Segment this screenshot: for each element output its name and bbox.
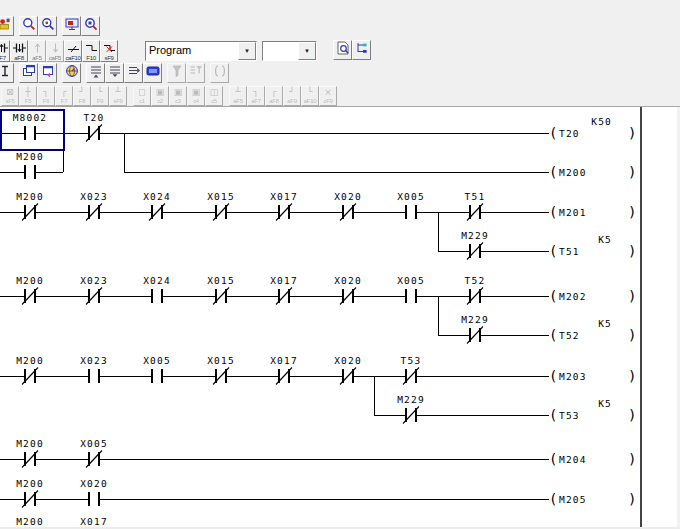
window-cascade-button[interactable]	[19, 63, 38, 83]
svg-text:X005: X005	[143, 355, 171, 366]
contact-X005[interactable]: X005	[143, 355, 171, 383]
coil-M202[interactable]: (M202)	[549, 288, 636, 304]
pulse-open-contact-button[interactable]: aF7	[0, 40, 10, 62]
program-combo[interactable]: Program ▼	[145, 41, 257, 61]
list-display-button[interactable]	[352, 40, 371, 60]
coil-M204[interactable]: (M204)	[549, 451, 636, 467]
insert-column-button[interactable]	[124, 63, 143, 83]
contact-T53[interactable]: T53	[401, 355, 422, 385]
contact-X017[interactable]: X017	[270, 355, 298, 385]
contact-M229[interactable]: M229	[461, 230, 489, 260]
coil-M203[interactable]: (M203)	[549, 368, 636, 384]
invert-result-button[interactable]: caF10	[64, 40, 82, 62]
pulse-close-contact-button[interactable]: aF8	[10, 40, 28, 62]
contact-X005[interactable]: X005	[397, 191, 425, 219]
shortcut-label: aF10	[304, 98, 316, 104]
delete-row-button[interactable]	[105, 63, 124, 83]
coil-T52[interactable]: (T52)K5	[549, 318, 636, 343]
contact-X023[interactable]: X023	[80, 191, 108, 221]
online-globe-button[interactable]	[62, 63, 81, 83]
contact-X024[interactable]: X024	[143, 275, 171, 303]
contact-X015[interactable]: X015	[207, 275, 235, 305]
svg-text:T52: T52	[559, 330, 580, 341]
rows-up-icon	[89, 64, 103, 82]
ladder-canvas[interactable]: M8002T20M200(T20)K50(M200)M200X023X024X0…	[0, 107, 680, 529]
svg-text:M200: M200	[16, 438, 44, 449]
svg-text:): )	[628, 491, 636, 507]
device-monitor-button[interactable]	[62, 16, 81, 36]
contact-X020[interactable]: X020	[334, 191, 362, 221]
shortcut-label: c2	[157, 98, 163, 104]
coil-T51[interactable]: (T51)K5	[549, 234, 636, 259]
contact-X005[interactable]: X005	[80, 438, 108, 468]
comment-display-button[interactable]	[333, 40, 352, 60]
contact-X024[interactable]: X024	[143, 191, 171, 221]
shortcut-label: sF9	[104, 55, 113, 61]
window-new-button[interactable]	[38, 63, 57, 83]
rung-5[interactable]: M200X005(M204)	[0, 438, 636, 468]
sort-button[interactable]	[0, 63, 14, 83]
contact-T51[interactable]: T51	[465, 191, 486, 221]
blank-combo-arrow[interactable]: ▼	[298, 42, 316, 60]
contact-M200[interactable]: M200	[16, 191, 44, 221]
contact-M229[interactable]: M229	[461, 314, 489, 344]
rung-2[interactable]: M200X023X024X015X017X020X005T51M229(M201…	[0, 191, 636, 260]
contact-X017[interactable]: X017	[270, 275, 298, 305]
contact-X023[interactable]: X023	[80, 355, 108, 383]
find-monitor-button[interactable]	[81, 16, 100, 36]
ladder-edit-area[interactable]: M8002T20M200(T20)K50(M200)M200X023X024X0…	[0, 107, 680, 529]
glyph-icon: ┴	[235, 87, 240, 98]
line-edit-F7-button: ┌F7	[55, 86, 73, 106]
screen-color-button[interactable]	[143, 63, 162, 83]
svg-text:(: (	[549, 204, 557, 220]
contact-X020[interactable]: X020	[334, 275, 362, 305]
shortcut-label: c5	[211, 98, 217, 104]
shortcut-label: aF5	[32, 55, 41, 61]
rung-4[interactable]: M200X023X005X015X017X020T53M229(M203)(T5…	[0, 355, 636, 424]
contact-M8002[interactable]: M8002	[13, 112, 48, 140]
svg-text:M200: M200	[16, 151, 44, 162]
svg-text:K5: K5	[598, 234, 612, 245]
contact-M229[interactable]: M229	[397, 394, 425, 424]
contact-X020[interactable]: X020	[334, 355, 362, 385]
coil-T53[interactable]: (T53)K5	[549, 398, 636, 423]
find-device-button[interactable]	[19, 16, 38, 36]
contact-M200[interactable]: M200	[16, 478, 44, 508]
contact-M200[interactable]: M200	[16, 438, 44, 468]
svg-text:K50: K50	[591, 116, 612, 127]
svg-text:X020: X020	[334, 275, 362, 286]
contact-M200[interactable]: M200	[16, 151, 44, 179]
line-edit-cF9-button: ×cF9	[319, 86, 337, 106]
contact-X017[interactable]: X017	[270, 191, 298, 221]
rung-6[interactable]: M200X020(M205)	[0, 478, 636, 508]
find-instruction-button[interactable]	[38, 16, 57, 36]
rung-1[interactable]: M8002T20M200(T20)K50(M200)	[0, 112, 636, 180]
svg-text:(: (	[549, 243, 557, 259]
contact-T52[interactable]: T52	[465, 275, 486, 305]
contact-M200[interactable]: M200	[16, 355, 44, 385]
shortcut-label: cF9	[323, 98, 332, 104]
contact-X015[interactable]: X015	[207, 191, 235, 221]
shortcut-label: F10	[86, 55, 95, 61]
coil-M200[interactable]: (M200)	[549, 164, 636, 180]
shortcut-label: c4	[193, 98, 199, 104]
contact-X005[interactable]: X005	[397, 275, 425, 303]
coil-M205[interactable]: (M205)	[549, 491, 636, 507]
insert-row-button[interactable]	[86, 63, 105, 83]
contact-T20[interactable]: T20	[84, 112, 105, 142]
contact-X020[interactable]: X020	[80, 478, 108, 506]
delete-line-button[interactable]: sF9	[100, 40, 118, 62]
svg-text:): )	[628, 451, 636, 467]
rung-3[interactable]: M200X023X024X015X017X020X005T52M229(M202…	[0, 275, 636, 344]
svg-text:M202: M202	[559, 291, 587, 302]
contact-X023[interactable]: X023	[80, 275, 108, 305]
program-combo-arrow[interactable]: ▼	[238, 42, 256, 60]
coil-T20[interactable]: (T20)K50	[549, 116, 636, 141]
filter2-icon	[189, 64, 203, 82]
write-line-button[interactable]: F10	[82, 40, 100, 62]
contact-M200[interactable]: M200	[16, 275, 44, 305]
contact-X015[interactable]: X015	[207, 355, 235, 385]
project-data-button[interactable]	[0, 16, 14, 36]
blank-combo[interactable]: ▼	[262, 41, 317, 61]
coil-M201[interactable]: (M201)	[549, 204, 636, 220]
